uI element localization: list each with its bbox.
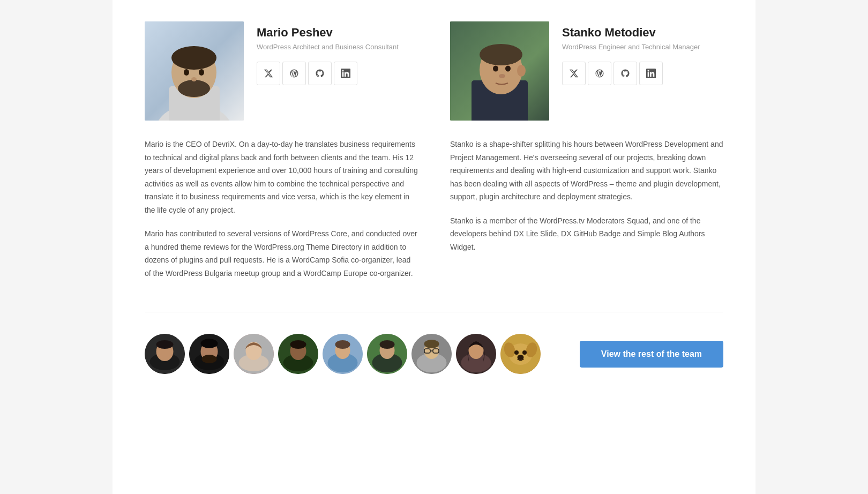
svg-point-25 xyxy=(202,355,217,363)
social-links-mario xyxy=(257,62,399,85)
social-links-stanko xyxy=(562,62,700,85)
member-bio-mario: Mario is the CEO of DevriX. On a day-to-… xyxy=(145,138,418,280)
team-avatar-2[interactable] xyxy=(189,334,229,374)
team-avatar-5[interactable] xyxy=(323,334,363,374)
member-photo-mario xyxy=(145,21,244,121)
team-avatars xyxy=(145,334,541,374)
svg-point-7 xyxy=(199,69,204,76)
svg-point-6 xyxy=(184,69,189,76)
member-info-stanko: Stanko Metodiev WordPress Engineer and T… xyxy=(562,21,700,85)
member-name-stanko: Stanko Metodiev xyxy=(562,26,700,40)
team-avatar-8[interactable] xyxy=(456,334,496,374)
page-wrapper: Mario Peshev WordPress Architect and Bus… xyxy=(113,0,755,494)
member-title-stanko: WordPress Engineer and Technical Manager xyxy=(562,43,700,51)
team-avatar-9[interactable] xyxy=(500,334,541,374)
svg-point-24 xyxy=(201,339,218,348)
svg-point-16 xyxy=(499,74,505,78)
svg-point-14 xyxy=(493,66,498,72)
member-title-mario: WordPress Architect and Business Consult… xyxy=(257,43,399,51)
twitter-link-mario[interactable] xyxy=(257,62,280,85)
member-header-stanko: Stanko Metodiev WordPress Engineer and T… xyxy=(450,21,723,121)
member-info-mario: Mario Peshev WordPress Architect and Bus… xyxy=(257,21,399,85)
github-link-stanko[interactable] xyxy=(613,62,637,85)
mario-bio-p2: Mario has contributed to several version… xyxy=(145,227,418,280)
member-bio-stanko: Stanko is a shape-shifter splitting his … xyxy=(450,138,723,253)
svg-point-13 xyxy=(517,65,526,77)
svg-point-5 xyxy=(178,80,210,97)
svg-point-15 xyxy=(505,66,511,72)
member-card-mario: Mario Peshev WordPress Architect and Bus… xyxy=(145,21,418,280)
linkedin-link-stanko[interactable] xyxy=(639,62,663,85)
stanko-bio-p2: Stanko is a member of the WordPress.tv M… xyxy=(450,214,723,254)
svg-point-36 xyxy=(335,340,350,349)
member-name-mario: Mario Peshev xyxy=(257,26,399,40)
team-avatar-3[interactable] xyxy=(234,334,274,374)
stanko-bio-p1: Stanko is a shape-shifter splitting his … xyxy=(450,138,723,204)
team-avatar-4[interactable] xyxy=(278,334,318,374)
linkedin-link-mario[interactable] xyxy=(334,62,357,85)
member-header-mario: Mario Peshev WordPress Architect and Bus… xyxy=(145,21,418,121)
svg-point-20 xyxy=(156,340,174,349)
svg-point-44 xyxy=(424,340,439,348)
team-avatar-1[interactable] xyxy=(145,334,185,374)
twitter-link-stanko[interactable] xyxy=(562,62,586,85)
wordpress-link-stanko[interactable] xyxy=(588,62,611,85)
svg-point-56 xyxy=(522,350,527,355)
team-grid: Mario Peshev WordPress Architect and Bus… xyxy=(145,21,723,280)
member-card-stanko: Stanko Metodiev WordPress Engineer and T… xyxy=(450,21,723,280)
team-avatar-6[interactable] xyxy=(367,334,407,374)
view-team-button[interactable]: View the rest of the team xyxy=(580,341,723,368)
svg-point-12 xyxy=(480,44,522,65)
svg-point-4 xyxy=(171,46,216,70)
team-avatar-7[interactable] xyxy=(411,334,452,374)
svg-point-55 xyxy=(514,350,519,355)
github-link-mario[interactable] xyxy=(308,62,332,85)
svg-point-32 xyxy=(290,340,306,349)
mario-bio-p1: Mario is the CEO of DevriX. On a day-to-… xyxy=(145,138,418,216)
member-photo-stanko xyxy=(450,21,549,121)
svg-point-8 xyxy=(191,77,197,81)
wordpress-link-mario[interactable] xyxy=(282,62,306,85)
team-footer: View the rest of the team xyxy=(145,312,723,374)
svg-point-40 xyxy=(380,340,395,349)
